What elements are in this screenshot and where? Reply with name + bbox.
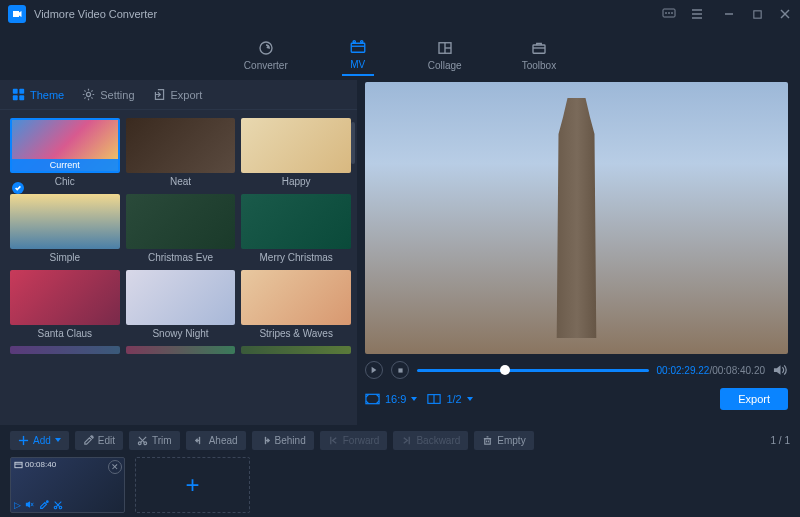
preview-panel: 00:02:29.22/00:08:40.20 16:9 1/2 Export (357, 80, 800, 425)
subtab-setting[interactable]: Setting (82, 88, 134, 101)
nav-mv[interactable]: MV (342, 36, 374, 76)
nav-collage-label: Collage (428, 60, 462, 71)
subtab-theme-label: Theme (30, 89, 64, 101)
nav-converter-label: Converter (244, 60, 288, 71)
svg-rect-12 (351, 43, 365, 52)
svg-rect-45 (485, 438, 491, 444)
time-current: 00:02:29.22 (657, 365, 710, 376)
theme-label: Snowy Night (126, 325, 236, 340)
svg-point-2 (669, 13, 670, 14)
clip-play-icon[interactable]: ▷ (14, 500, 21, 510)
aspect-ratio-value: 16:9 (385, 393, 406, 405)
minimize-button[interactable] (722, 7, 736, 21)
chevron-down-icon (467, 397, 473, 401)
svg-marker-52 (26, 501, 30, 508)
window-controls (662, 7, 792, 21)
seek-slider[interactable] (417, 369, 649, 372)
theme-label: Stripes & Waves (241, 325, 351, 340)
maximize-button[interactable] (750, 7, 764, 21)
clip-duration: 00:08:40 (14, 460, 56, 469)
ahead-button[interactable]: Ahead (186, 431, 246, 450)
subtab-setting-label: Setting (100, 89, 134, 101)
backward-label: Backward (416, 435, 460, 446)
aspect-ratio-selector[interactable]: 16:9 (365, 393, 417, 405)
clip-edit-icon[interactable] (39, 500, 49, 510)
frame-ratio-selector[interactable]: 1/2 (427, 393, 472, 405)
theme-label: Neat (126, 173, 236, 188)
nav-collage[interactable]: Collage (422, 37, 468, 75)
svg-rect-19 (533, 45, 545, 53)
clip-item[interactable]: 00:08:40 ✕ ▷ (10, 457, 125, 513)
theme-item-snowy-night[interactable]: Snowy Night (126, 270, 236, 340)
clip-trim-icon[interactable] (53, 500, 63, 510)
chevron-down-icon (411, 397, 417, 401)
theme-label: Merry Christmas (241, 249, 351, 264)
subtab-export-label: Export (171, 89, 203, 101)
video-preview[interactable] (365, 82, 788, 354)
svg-rect-27 (398, 368, 402, 372)
forward-label: Forward (343, 435, 380, 446)
svg-rect-23 (13, 95, 18, 100)
scrollbar-thumb[interactable] (351, 122, 355, 164)
behind-button[interactable]: Behind (252, 431, 314, 450)
theme-label: Chic (10, 173, 120, 188)
seek-knob[interactable] (500, 365, 510, 375)
nav-toolbox[interactable]: Toolbox (516, 37, 562, 75)
forward-button[interactable]: Forward (320, 431, 388, 450)
trim-button[interactable]: Trim (129, 431, 180, 450)
preview-content (532, 98, 622, 338)
aspect-row: 16:9 1/2 Export (365, 382, 788, 416)
theme-item-christmas-eve[interactable]: Christmas Eve (126, 194, 236, 264)
chevron-down-icon (55, 438, 61, 442)
feedback-icon[interactable] (662, 7, 676, 21)
clip-mute-icon[interactable] (25, 500, 35, 510)
nav-toolbox-label: Toolbox (522, 60, 556, 71)
subtab-export[interactable]: Export (153, 88, 203, 101)
top-nav: Converter MV Collage Toolbox (0, 28, 800, 80)
page-indicator: 1 / 1 (771, 435, 790, 446)
menu-icon[interactable] (690, 7, 704, 21)
theme-item-more-2[interactable] (126, 346, 236, 354)
clip-tools: ▷ (14, 500, 63, 510)
trim-label: Trim (152, 435, 172, 446)
svg-point-1 (666, 13, 667, 14)
theme-item-merry-christmas[interactable]: Merry Christmas (241, 194, 351, 264)
svg-point-55 (47, 501, 49, 503)
export-button[interactable]: Export (720, 388, 788, 410)
svg-point-11 (260, 42, 272, 54)
backward-button[interactable]: Backward (393, 431, 468, 450)
svg-point-34 (91, 436, 92, 437)
left-panel: Theme Setting Export Current (0, 80, 357, 425)
theme-item-santa-claus[interactable]: Santa Claus (10, 270, 120, 340)
frame-ratio-value: 1/2 (446, 393, 461, 405)
stop-button[interactable] (391, 361, 409, 379)
volume-icon[interactable] (773, 363, 788, 377)
svg-rect-8 (753, 10, 760, 17)
theme-item-more-1[interactable] (10, 346, 120, 354)
theme-grid-scroll[interactable]: Current Chic Neat Happy S (0, 110, 357, 425)
nav-converter[interactable]: Converter (238, 37, 294, 75)
add-label: Add (33, 435, 51, 446)
add-button[interactable]: Add (10, 431, 69, 450)
theme-label: Christmas Eve (126, 249, 236, 264)
app-logo (8, 5, 26, 23)
edit-button[interactable]: Edit (75, 431, 123, 450)
add-clip-slot[interactable]: + (135, 457, 250, 513)
close-button[interactable] (778, 7, 792, 21)
svg-marker-28 (774, 365, 781, 374)
empty-button[interactable]: Empty (474, 431, 533, 450)
svg-rect-22 (19, 89, 24, 94)
subtab-theme[interactable]: Theme (12, 88, 64, 101)
svg-rect-21 (13, 89, 18, 94)
theme-item-simple[interactable]: Simple (10, 194, 120, 264)
edit-label: Edit (98, 435, 115, 446)
svg-point-15 (360, 41, 362, 43)
theme-item-chic[interactable]: Current Chic (10, 118, 120, 188)
play-button[interactable] (365, 361, 383, 379)
theme-item-more-3[interactable] (241, 346, 351, 354)
clip-remove-button[interactable]: ✕ (108, 460, 122, 474)
theme-item-neat[interactable]: Neat (126, 118, 236, 188)
theme-item-happy[interactable]: Happy (241, 118, 351, 188)
selected-check-icon (12, 182, 24, 194)
theme-item-stripes-waves[interactable]: Stripes & Waves (241, 270, 351, 340)
